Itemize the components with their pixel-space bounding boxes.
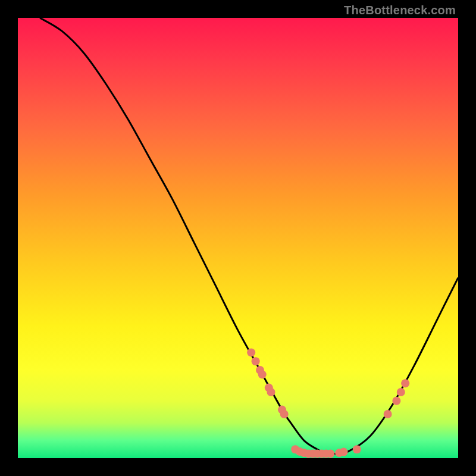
bottleneck-curve-path [40, 18, 458, 454]
curve-svg [18, 18, 458, 458]
marker-dot [247, 348, 255, 356]
marker-dot [353, 445, 361, 453]
marker-dot [401, 379, 409, 387]
marker-dot [392, 397, 400, 405]
marker-dot [280, 410, 289, 418]
attribution-text: TheBottleneck.com [344, 4, 456, 17]
marker-group [247, 348, 409, 458]
marker-dot [252, 357, 260, 365]
marker-dot [340, 448, 348, 456]
chart-frame: TheBottleneck.com [0, 0, 476, 476]
marker-dot [384, 410, 392, 418]
marker-dot [397, 388, 405, 396]
marker-dot [267, 388, 275, 396]
plot-area [18, 18, 458, 458]
marker-dot [258, 370, 267, 378]
marker-dot [326, 450, 334, 458]
